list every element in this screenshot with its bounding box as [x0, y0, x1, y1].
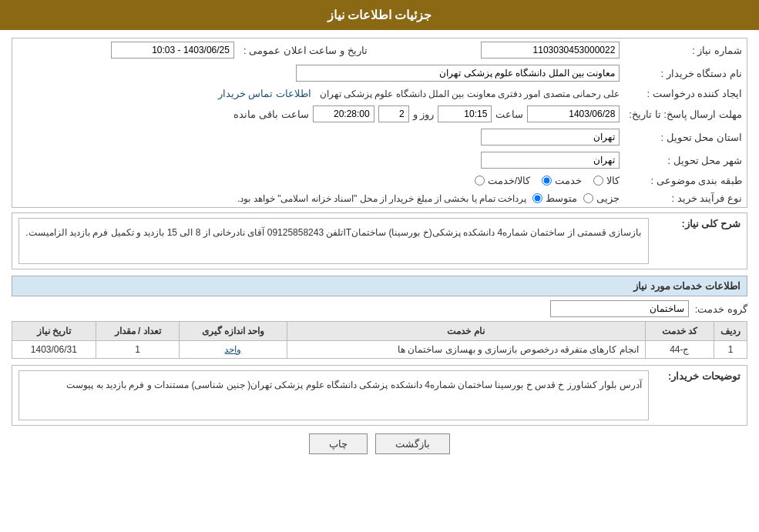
deadline-date-input[interactable] — [527, 105, 620, 122]
category-kala-label: کالا — [606, 175, 620, 186]
cell-row: 1 — [714, 341, 747, 359]
need-number-label: شماره نیاز : — [624, 38, 747, 62]
service-group-label: گروه خدمت: — [695, 303, 747, 315]
city-input[interactable] — [481, 152, 620, 169]
col-header-name: نام خدمت — [287, 322, 645, 341]
announce-label: تاریخ و ساعت اعلان عمومی : — [239, 38, 372, 62]
cell-unit: واحد — [180, 341, 287, 359]
deadline-days-input[interactable] — [378, 105, 409, 122]
col-header-code: کد خدمت — [645, 322, 714, 341]
province-input[interactable] — [481, 129, 620, 146]
cell-name: انجام کارهای متفرقه درخصوص بازسازی و بهس… — [287, 341, 645, 359]
category-khedmat-radio[interactable] — [542, 176, 552, 186]
category-kala-radio[interactable] — [593, 176, 603, 186]
deadline-time-label: ساعت — [495, 109, 523, 120]
creator-label: ایجاد کننده درخواست : — [624, 85, 747, 102]
service-group-input[interactable] — [550, 300, 689, 317]
buyer-notes-label: توضیحات خریدار: — [668, 370, 741, 382]
cell-qty: 1 — [96, 341, 180, 359]
page-title: جزئیات اطلاعات نیاز — [0, 0, 759, 30]
buyer-notes-text: آدرس بلوار کشاورز خ قدس خ بورسینا ساختما… — [18, 370, 649, 420]
deadline-remaining-input[interactable] — [313, 105, 374, 122]
deadline-day-label: روز و — [413, 109, 435, 120]
category-khedmat-label: خدمت — [555, 175, 582, 186]
category-kala-khedmat-label: کالا/خدمت — [488, 175, 531, 186]
org-name-label: نام دستگاه خریدار : — [624, 62, 747, 85]
print-button[interactable]: چاپ — [309, 433, 368, 454]
process-note: پرداخت تمام یا بخشی از مبلغ خریدار از مح… — [237, 193, 526, 204]
org-name-input[interactable] — [296, 65, 620, 82]
category-kala-khedmat-radio[interactable] — [475, 176, 485, 186]
table-row: 1 ج-44 انجام کارهای متفرقه درخصوص بازساز… — [12, 341, 747, 359]
back-button[interactable]: بازگشت — [375, 433, 450, 454]
cell-date: 1403/06/31 — [12, 341, 96, 359]
contact-link[interactable]: اطلاعات تماس خریدار — [218, 88, 311, 99]
announce-input[interactable] — [111, 42, 234, 59]
col-header-qty: تعداد / مقدار — [96, 322, 180, 341]
col-header-unit: واحد اندازه گیری — [180, 322, 287, 341]
need-number-input[interactable] — [481, 42, 620, 59]
services-section-title: اطلاعات خدمات مورد نیاز — [12, 276, 747, 296]
services-table: ردیف کد خدمت نام خدمت واحد اندازه گیری ت… — [12, 321, 747, 359]
need-desc-text: بازسازی قسمتی از ساختمان شماره4 دانشکده … — [18, 218, 649, 264]
process-motavasset-radio[interactable] — [532, 193, 542, 203]
deadline-remaining-label: ساعت باقی مانده — [233, 109, 308, 120]
process-label: نوع فرآیند خرید : — [624, 189, 747, 208]
need-desc-title: شرح کلی نیاز: — [681, 218, 741, 229]
process-jozi-label: جزیی — [596, 192, 620, 204]
process-jozi-radio[interactable] — [583, 193, 593, 203]
deadline-label: مهلت ارسال پاسخ: تا تاریخ: — [624, 102, 747, 125]
process-motavasset-label: متوسط — [546, 192, 577, 204]
creator-text: علی رحمانی متصدی امور دفتری معاونت بین ا… — [320, 89, 620, 99]
col-header-date: تاریخ نیاز — [12, 322, 96, 341]
category-label: طبقه بندی موضوعی : — [624, 172, 747, 189]
deadline-time-input[interactable] — [438, 105, 492, 122]
col-header-row: ردیف — [714, 322, 747, 341]
city-label: شهر محل تحویل : — [624, 149, 747, 172]
province-label: استان محل تحویل : — [624, 125, 747, 149]
cell-code: ج-44 — [645, 341, 714, 359]
